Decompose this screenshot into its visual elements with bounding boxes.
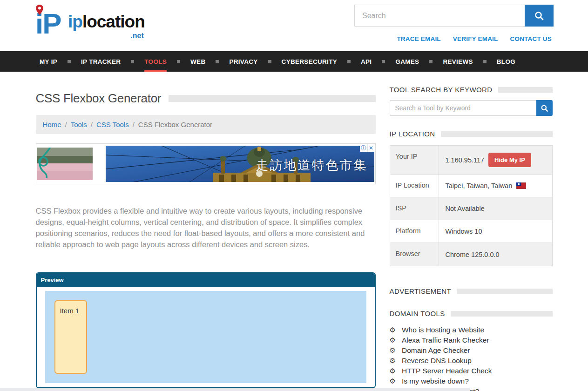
list-item[interactable]: ⚙ Domain Age Checker	[390, 345, 553, 355]
gear-icon: ⚙	[390, 325, 396, 334]
search-button[interactable]	[525, 5, 554, 27]
nav-separator	[483, 60, 487, 63]
nav-item-reviews[interactable]: REVIEWS	[443, 51, 473, 72]
preview-panel-body: Item 1	[37, 287, 375, 387]
ad-close-icon[interactable]: ✕	[367, 144, 375, 152]
domain-tool-link-http-header[interactable]: HTTP Server Header Check	[402, 366, 492, 375]
contact-us-link[interactable]: CONTACT US	[510, 35, 552, 42]
ip-location-table: Your IP 1.160.95.117 Hide My IP IP Locat…	[390, 145, 553, 266]
breadcrumb-separator: /	[91, 121, 93, 128]
tool-search-button[interactable]	[536, 100, 553, 116]
list-item[interactable]: ⚙ Who is Hosting a Website	[390, 324, 553, 335]
breadcrumb-link-css-tools[interactable]: CSS Tools	[96, 121, 129, 128]
nav-separator	[131, 60, 134, 63]
row-label: Platform	[390, 220, 439, 243]
logo-wordmark: iplocation .net	[68, 12, 145, 32]
domain-tool-link-website-down[interactable]: Is my website down?	[402, 377, 469, 385]
trace-email-link[interactable]: TRACE EMAIL	[397, 35, 440, 42]
row-label: Browser	[390, 243, 439, 266]
ad-corner-controls: ⓘ ✕	[360, 144, 375, 152]
search-icon	[541, 104, 548, 112]
search-input[interactable]	[354, 5, 525, 27]
your-ip-value: 1.160.95.117	[446, 156, 485, 164]
nav-separator	[177, 60, 180, 63]
flex-preview-item[interactable]: Item 1	[54, 300, 87, 374]
nav-separator	[268, 60, 271, 63]
logo-word-location: location	[82, 12, 145, 31]
gear-icon: ⚙	[390, 366, 396, 375]
logo-tld: .net	[130, 32, 143, 40]
domain-tools-heading: DOMAIN TOOLS	[390, 310, 445, 317]
domain-tools-list: ⚙ Who is Hosting a Website ⚙ Alexa Traff…	[390, 324, 553, 391]
page-title: CSS Flexbox Generator	[36, 91, 162, 106]
row-label: ISP	[390, 197, 439, 220]
nav-separator	[347, 60, 351, 63]
breadcrumb-link-home[interactable]: Home	[43, 121, 61, 128]
domain-tool-link-hosting[interactable]: Who is Hosting a Website	[402, 325, 484, 334]
heading-decor-bar	[441, 131, 553, 137]
domain-tool-link-domain-age[interactable]: Domain Age Checker	[402, 346, 470, 355]
heading-decor-bar	[451, 311, 553, 317]
list-item[interactable]: ⚙ Alexa Traffic Rank Checker	[390, 335, 553, 345]
sidebar: TOOL SEARCH BY KEYWORD IP LOCATION Your …	[390, 86, 553, 391]
page-bottom-strip	[0, 388, 470, 391]
nav-separator	[429, 60, 433, 63]
tool-search-input[interactable]	[390, 100, 536, 116]
table-row: ISP Not Available	[390, 197, 552, 220]
list-item[interactable]: ⚙ Reverse DNS Lookup	[390, 355, 553, 365]
tool-search	[390, 100, 553, 116]
hide-my-ip-button[interactable]: Hide My IP	[488, 153, 531, 167]
tool-search-heading: TOOL SEARCH BY KEYWORD	[390, 86, 493, 94]
verify-email-link[interactable]: VERIFY EMAIL	[453, 35, 498, 42]
domain-tool-link-reverse-dns[interactable]: Reverse DNS Lookup	[402, 356, 472, 365]
search-icon	[534, 11, 544, 21]
nav-item-api[interactable]: API	[361, 51, 372, 72]
list-item[interactable]: ⚙ HTTP Server Header Check	[390, 365, 553, 376]
advertisement-heading: ADVERTISEMENT	[390, 287, 451, 295]
table-row: Your IP 1.160.95.117 Hide My IP	[390, 146, 552, 175]
ad-left-image	[37, 148, 93, 180]
breadcrumb: Home / Tools / CSS Tools / CSS Flexbox G…	[36, 115, 376, 134]
breadcrumb-link-tools[interactable]: Tools	[71, 121, 87, 128]
gear-icon: ⚙	[390, 377, 396, 385]
ip-location-value: Taipei, Taiwan, Taiwan	[446, 182, 513, 189]
adchoices-info-icon[interactable]: ⓘ	[360, 144, 367, 152]
site-header: iP iplocation .net TRACE EMAIL VERIFY EM…	[0, 0, 588, 51]
map-pin-icon	[36, 5, 43, 15]
ip-location-heading: IP LOCATION	[390, 130, 435, 138]
nav-item-my-ip[interactable]: MY IP	[40, 51, 57, 72]
logo-word-ip: ip	[68, 12, 82, 31]
list-item[interactable]: ⚙ Is my website down?	[390, 376, 553, 386]
domain-tool-link-alexa[interactable]: Alexa Traffic Rank Checker	[402, 336, 489, 344]
heading-decor-bar	[498, 87, 553, 93]
logo[interactable]: iP iplocation .net	[35, 6, 145, 42]
breadcrumb-separator: /	[65, 121, 67, 128]
header-links: TRACE EMAIL VERIFY EMAIL CONTACT US	[397, 35, 552, 42]
ad-overlay-text: 走訪地道特色市集	[256, 157, 368, 174]
row-label: Your IP	[390, 146, 439, 174]
gear-icon: ⚙	[390, 356, 396, 365]
nav-item-privacy[interactable]: PRIVACY	[229, 51, 257, 72]
table-row: IP Location Taipei, Taiwan, Taiwan	[390, 175, 552, 197]
flex-preview-container: Item 1	[45, 291, 366, 383]
nav-separator	[68, 60, 71, 63]
nav-item-ip-tracker[interactable]: IP TRACKER	[81, 51, 121, 72]
content-area: CSS Flexbox Generator Home / Tools / CSS…	[36, 72, 553, 391]
preview-panel-header: Preview	[37, 273, 375, 287]
ad-banner[interactable]: 走訪地道特色市集 ⓘ ✕	[36, 143, 376, 184]
nav-item-games[interactable]: GAMES	[395, 51, 419, 72]
nav-item-tools[interactable]: TOOLS	[144, 51, 167, 72]
header-search	[354, 5, 554, 27]
table-row: Platform Windows 10	[390, 220, 552, 243]
nav-separator	[382, 60, 385, 63]
ad-right-image: 走訪地道特色市集	[106, 146, 374, 182]
nav-item-blog[interactable]: BLOG	[497, 51, 515, 72]
gear-icon: ⚙	[390, 336, 396, 344]
isp-value: Not Available	[446, 205, 485, 212]
taiwan-flag-icon	[516, 182, 526, 189]
nav-separator	[216, 60, 219, 63]
nav-item-web[interactable]: WEB	[190, 51, 205, 72]
breadcrumb-current: CSS Flexbox Generator	[138, 121, 212, 128]
heading-decor-bar	[457, 289, 553, 294]
nav-item-cybersecurity[interactable]: CYBERSECURITY	[282, 51, 337, 72]
